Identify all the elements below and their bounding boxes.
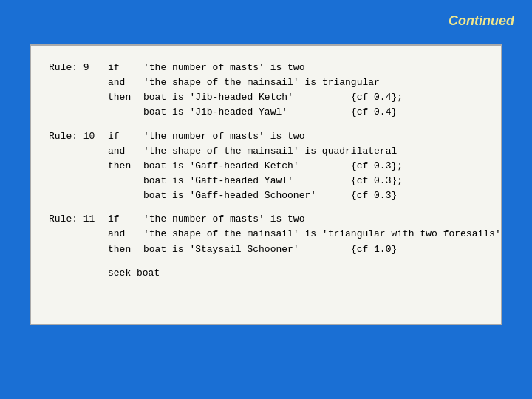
rule-9: Rule: 9 if and then 'the number of masts…	[49, 61, 483, 120]
rule-11: Rule: 11 if and then 'the number of mast…	[49, 212, 483, 256]
rule-9-keywords: if and then	[108, 61, 143, 120]
rule-9-content: 'the number of masts' is two 'the shape …	[143, 61, 403, 120]
rule-10-content: 'the number of masts' is two 'the shape …	[143, 129, 403, 204]
content-box: Rule: 9 if and then 'the number of masts…	[30, 44, 502, 325]
rule-11-label: Rule: 11	[49, 212, 108, 256]
rule-10-label: Rule: 10	[49, 129, 108, 204]
rule-11-content: 'the number of masts' is two 'the shape …	[143, 212, 501, 256]
rule-9-label: Rule: 9	[49, 61, 108, 120]
seek-line: seek boat	[49, 266, 483, 281]
continued-label: Continued	[449, 13, 514, 29]
rule-10: Rule: 10 if and then 'the number of mast…	[49, 129, 483, 204]
rule-10-keywords: if and then	[108, 129, 143, 204]
rule-11-keywords: if and then	[108, 212, 143, 256]
